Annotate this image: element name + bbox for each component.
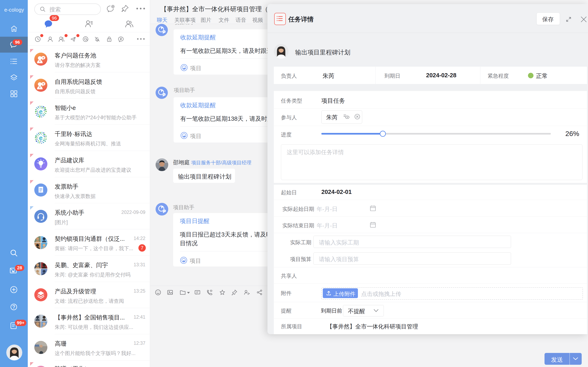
svg-text:?: ? xyxy=(42,56,44,60)
svg-text:?: ? xyxy=(42,82,44,86)
svg-text:e: e xyxy=(39,134,43,142)
svg-text:e: e xyxy=(39,108,43,115)
